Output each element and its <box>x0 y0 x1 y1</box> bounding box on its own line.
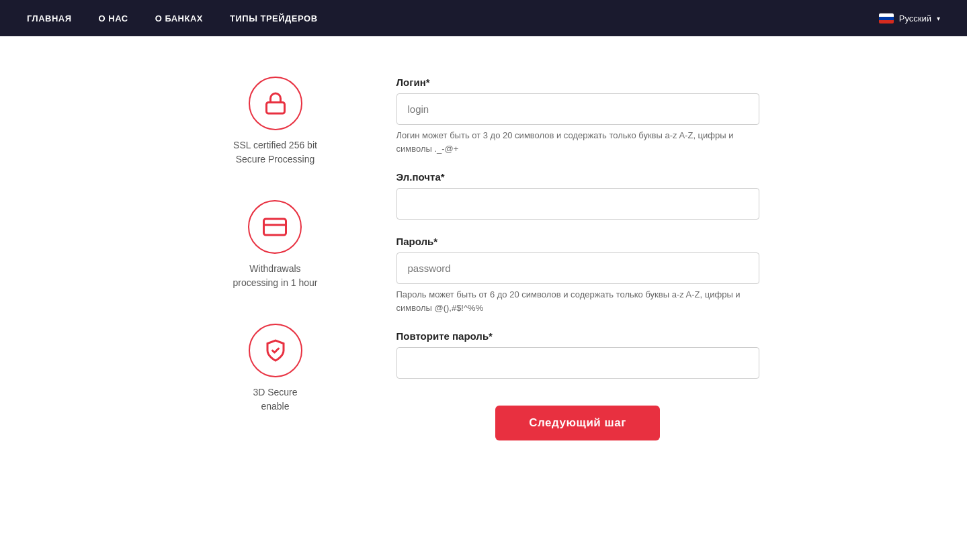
email-label: Эл.почта* <box>396 171 759 183</box>
3dsecure-text: 3D Secure enable <box>253 385 297 414</box>
shield-icon <box>263 338 288 363</box>
login-input[interactable] <box>396 93 759 125</box>
nav-trader-types[interactable]: ТИПЫ ТРЕЙДЕРОВ <box>230 13 318 24</box>
confirm-password-group: Повторите пароль* <box>396 330 759 379</box>
password-label: Пароль* <box>396 236 759 247</box>
ssl-text: SSL certified 256 bit Secure Processing <box>233 138 317 167</box>
language-selector[interactable]: Русский ▾ <box>879 13 940 24</box>
nav-banks[interactable]: О БАНКАХ <box>155 13 203 24</box>
language-label: Русский <box>899 13 931 24</box>
flag-icon <box>879 13 894 24</box>
chevron-down-icon: ▾ <box>937 15 940 22</box>
shield-icon-circle <box>249 324 302 377</box>
nav-links: ГЛАВНАЯ О НАС О БАНКАХ ТИПЫ ТРЕЙДЕРОВ <box>27 13 318 24</box>
submit-button[interactable]: Следующий шаг <box>495 406 659 440</box>
password-input[interactable] <box>396 252 759 284</box>
ssl-icon-circle <box>249 77 302 130</box>
feature-ssl: SSL certified 256 bit Secure Processing <box>233 77 317 167</box>
card-icon <box>263 215 287 239</box>
navbar: ГЛАВНАЯ О НАС О БАНКАХ ТИПЫ ТРЕЙДЕРОВ Ру… <box>0 0 967 36</box>
main-content: SSL certified 256 bit Secure Processing … <box>0 36 967 481</box>
feature-3dsecure: 3D Secure enable <box>249 324 302 414</box>
feature-withdrawals: Withdrawals processing in 1 hour <box>233 200 317 290</box>
password-group: Пароль* Пароль может быть от 6 до 20 сим… <box>396 236 759 314</box>
login-label: Логин* <box>396 77 759 88</box>
withdrawals-text: Withdrawals processing in 1 hour <box>233 262 317 290</box>
svg-rect-0 <box>266 103 284 114</box>
nav-home[interactable]: ГЛАВНАЯ <box>27 13 72 24</box>
password-hint: Пароль может быть от 6 до 20 символов и … <box>396 288 759 314</box>
confirm-label: Повторите пароль* <box>396 330 759 342</box>
card-icon-circle <box>248 200 302 254</box>
email-input[interactable] <box>396 188 759 220</box>
email-group: Эл.почта* <box>396 171 759 220</box>
form-panel: Логин* Логин может быть от 3 до 20 симво… <box>396 77 759 440</box>
login-group: Логин* Логин может быть от 3 до 20 симво… <box>396 77 759 155</box>
lock-icon <box>263 91 288 115</box>
nav-about[interactable]: О НАС <box>99 13 128 24</box>
login-hint: Логин может быть от 3 до 20 символов и с… <box>396 129 759 155</box>
confirm-password-input[interactable] <box>396 347 759 379</box>
svg-rect-1 <box>264 219 286 235</box>
left-panel: SSL certified 256 bit Secure Processing … <box>208 77 343 414</box>
